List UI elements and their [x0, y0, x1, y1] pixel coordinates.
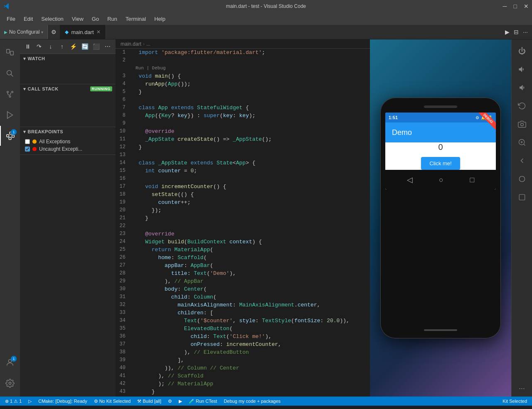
call-stack-header[interactable]: ▾ CALL STACK RUNNING [20, 84, 116, 93]
more-actions-icon[interactable]: ··· [523, 29, 528, 35]
call-stack-chevron-icon: ▾ [23, 86, 26, 92]
maximize-button[interactable]: □ [514, 3, 517, 10]
phone-top-bar [385, 103, 496, 111]
menu-selection[interactable]: Selection [38, 14, 66, 24]
zoom-tool-button[interactable] [514, 134, 530, 151]
code-line-18: 18 setState(() { [116, 191, 370, 198]
close-button[interactable]: ✕ [524, 3, 529, 10]
statusbar-settings-item[interactable]: ⚙ [166, 399, 174, 404]
code-line-2: 2 [116, 56, 370, 64]
restart-button[interactable]: ⚡ [68, 41, 79, 52]
menu-go[interactable]: Go [89, 14, 102, 24]
volume-down-tool-button[interactable] [514, 79, 530, 96]
volume-up-icon [518, 65, 526, 73]
debug-more-icon[interactable]: ⋯ [103, 41, 113, 52]
file-tab-main-dart[interactable]: ◆ main.dart ✕ [60, 25, 106, 39]
activity-extensions[interactable]: 1 [0, 126, 20, 146]
activity-account[interactable]: 1 [0, 353, 20, 372]
svg-rect-10 [12, 135, 14, 137]
settings-gear-icon[interactable]: ⚙ [48, 29, 60, 35]
breakpoints-content: All Exceptions Uncaught Excepti... [20, 136, 116, 154]
file-tab-label: main.dart [71, 29, 94, 35]
phone-time: 1:51 [389, 115, 398, 120]
statusbar-debug-packages[interactable]: Debug my code + packages [222, 399, 282, 404]
editor-area: main.dart › ... 1 import 'package:flutte… [116, 39, 370, 397]
pause-button[interactable]: ⏸ [22, 41, 33, 52]
svg-point-4 [7, 91, 9, 93]
camera-tool-button[interactable] [514, 116, 530, 132]
code-line-7: 7 class App extends StatefulWidget { [116, 104, 370, 112]
code-line-21: 21 } [116, 214, 370, 222]
more-device-tools-button[interactable]: ··· [514, 380, 530, 397]
menu-help[interactable]: Help [151, 14, 169, 24]
warning-count: 1 [19, 399, 22, 404]
step-over-button[interactable]: ↷ [34, 41, 45, 52]
code-line-34: 34 Text('$counter', style: TextStyle(fon… [116, 317, 370, 325]
code-line-35: 35 ElevatedButton( [116, 325, 370, 333]
tabbar-actions: ▶ ⊟ ··· [505, 29, 532, 35]
step-out-button[interactable]: ↑ [57, 41, 68, 52]
uncaught-checkbox[interactable] [25, 147, 30, 152]
run-button[interactable]: ▶ [505, 29, 510, 35]
step-into-button[interactable]: ↓ [45, 41, 56, 52]
menu-file[interactable]: File [3, 14, 19, 24]
code-line-11: 11 _AppState createState() => _AppState(… [116, 135, 370, 143]
split-editor-icon[interactable]: ⊟ [514, 29, 519, 35]
activity-source-control[interactable] [0, 84, 20, 104]
phone-home-button[interactable]: ○ [439, 176, 443, 184]
phone-recents-button[interactable]: □ [470, 176, 474, 184]
svg-point-13 [9, 382, 11, 385]
volume-up-tool-button[interactable] [514, 61, 530, 78]
breadcrumb-file[interactable]: main.dart [121, 41, 141, 47]
menu-run[interactable]: Run [104, 14, 121, 24]
phone-click-me-button[interactable]: Click me! [421, 157, 460, 170]
statusbar-build[interactable]: ⚒ Build [all] [135, 399, 163, 404]
tab-close-icon[interactable]: ✕ [96, 29, 101, 35]
menu-view[interactable]: View [69, 14, 87, 24]
activity-search[interactable] [0, 64, 20, 83]
rotate-tool-button[interactable] [514, 98, 530, 114]
statusbar-kit-selected[interactable]: Kit Selected [501, 399, 529, 404]
menu-terminal[interactable]: Terminal [122, 14, 149, 24]
power-tool-button[interactable]: ⏻ [514, 43, 530, 59]
code-line-30: 30 body: Center( [116, 285, 370, 293]
watch-chevron-icon: ▾ [23, 56, 26, 61]
activity-settings[interactable] [0, 373, 20, 393]
menu-edit[interactable]: Edit [20, 14, 36, 24]
hot-reload-button[interactable]: 🔄 [80, 41, 91, 52]
all-exceptions-checkbox[interactable] [25, 139, 30, 144]
statusbar-run-cmake[interactable]: ▶ [177, 399, 184, 404]
back-nav-tool-button[interactable] [514, 152, 530, 169]
code-line-22: 22 [116, 222, 370, 230]
statusbar-run-button[interactable]: ▷ [27, 399, 33, 404]
uncaught-label: Uncaught Excepti... [39, 146, 82, 152]
code-line-4: 4 runApp(App()); [116, 80, 370, 88]
run-config-selector[interactable]: ▶ No Configural ▾ [0, 25, 48, 39]
watch-header[interactable]: ▾ WATCH [20, 54, 116, 63]
stop-button[interactable]: ⬛ [91, 41, 102, 52]
dart-file-icon: ◆ [65, 29, 69, 35]
run-debug-link[interactable]: Run | Debug [135, 64, 166, 72]
statusbar-errors[interactable]: ⊗ 1 ⚠ 1 [3, 399, 23, 404]
svg-rect-20 [519, 194, 525, 200]
activity-run-debug[interactable] [0, 105, 20, 125]
phone-back-button[interactable]: ◁ [407, 175, 413, 184]
device-tools-panel: ⏻ ··· [511, 39, 532, 397]
code-line-19: 19 counter++; [116, 198, 370, 206]
statusbar-no-kit[interactable]: ⚙ No Kit Selected [92, 399, 133, 404]
breakpoints-header[interactable]: ▾ BREAKPOINTS [20, 127, 116, 136]
activity-explorer[interactable] [0, 43, 20, 63]
statusbar-cmake-status[interactable]: CMake: [Debug]: Ready [37, 399, 89, 404]
home-nav-tool-button[interactable] [514, 171, 530, 187]
svg-point-19 [519, 176, 525, 181]
code-line-43: 43 } [116, 388, 370, 396]
phone-nav-bar: ◁ ○ □ [385, 170, 496, 190]
minimize-button[interactable]: ─ [503, 3, 507, 10]
call-stack-content [20, 93, 116, 127]
recents-nav-tool-button[interactable] [514, 189, 530, 206]
statusbar-run-ctest[interactable]: 🧪 Run CTest [187, 399, 219, 404]
debug-packages-label: Debug my code + packages [224, 399, 281, 404]
breadcrumb-context[interactable]: ... [146, 41, 150, 47]
code-editor[interactable]: 1 import 'package:flutter/material.dart'… [116, 49, 370, 397]
phone-panel: DEBUG 1:51 ⚙ 🔔 🔋 Demo [370, 39, 511, 397]
